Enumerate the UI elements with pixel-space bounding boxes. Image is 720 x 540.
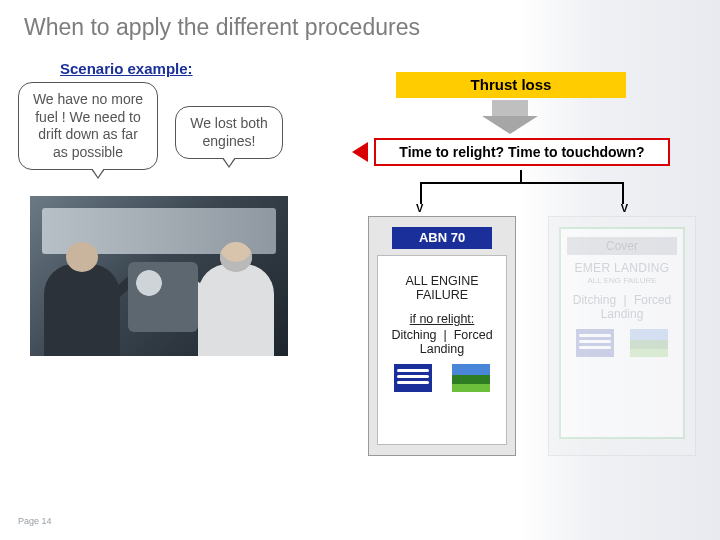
card-condition: if no relight: bbox=[410, 312, 475, 326]
separator: | bbox=[619, 293, 630, 307]
branch-bracket: V V bbox=[378, 170, 666, 210]
card-line: ALL ENGINE bbox=[384, 274, 500, 288]
separator: | bbox=[444, 328, 447, 342]
pilot-left bbox=[44, 264, 120, 356]
left-arrow-icon bbox=[352, 142, 368, 162]
speech-bubble-engines: We lost both engines! bbox=[175, 106, 283, 159]
card-title: EMER LANDING bbox=[567, 261, 677, 275]
thrust-loss-box: Thrust loss bbox=[396, 72, 626, 98]
card-header: ABN 70 bbox=[392, 227, 492, 249]
bubble-tail bbox=[91, 169, 105, 179]
card-subtitle: ALL ENG FAILURE bbox=[567, 276, 677, 285]
down-arrow-icon bbox=[492, 100, 538, 134]
scenario-label: Scenario example: bbox=[60, 60, 193, 77]
cover-label: Cover bbox=[567, 237, 677, 255]
branch-marker-left: V bbox=[416, 202, 423, 214]
land-icon bbox=[630, 329, 668, 357]
colon: : bbox=[188, 60, 193, 77]
card-line: FAILURE bbox=[384, 288, 500, 302]
speech-bubble-fuel: We have no more fuel ! We need to drift … bbox=[18, 82, 158, 170]
bubble-tail bbox=[222, 158, 236, 168]
page-number: Page 14 bbox=[18, 516, 52, 526]
procedure-card-abn70: ABN 70 ALL ENGINE FAILURE if no relight:… bbox=[368, 216, 516, 456]
cockpit-photo bbox=[30, 196, 288, 356]
bubble-text: We have no more fuel ! We need to drift … bbox=[33, 91, 143, 160]
water-icon bbox=[576, 329, 614, 357]
land-icon bbox=[452, 364, 490, 392]
option-ditching: Ditching bbox=[573, 293, 616, 307]
bubble-text: We lost both engines! bbox=[190, 115, 268, 149]
scenario-text: Scenario example bbox=[60, 60, 188, 77]
page-title: When to apply the different procedures bbox=[24, 14, 420, 41]
card-body: Cover EMER LANDING ALL ENG FAILURE Ditch… bbox=[559, 227, 685, 439]
pilot-right bbox=[198, 264, 274, 356]
card-options: Ditching | Forced Landing bbox=[567, 293, 677, 321]
option-ditching: Ditching bbox=[391, 328, 436, 342]
decision-box: Time to relight? Time to touchdown? bbox=[374, 138, 670, 166]
procedure-card-cover: Cover EMER LANDING ALL ENG FAILURE Ditch… bbox=[548, 216, 696, 456]
card-body: ALL ENGINE FAILURE if no relight: Ditchi… bbox=[377, 255, 507, 445]
branch-marker-right: V bbox=[621, 202, 628, 214]
water-icon bbox=[394, 364, 432, 392]
card-options: Ditching | Forced Landing bbox=[384, 328, 500, 356]
